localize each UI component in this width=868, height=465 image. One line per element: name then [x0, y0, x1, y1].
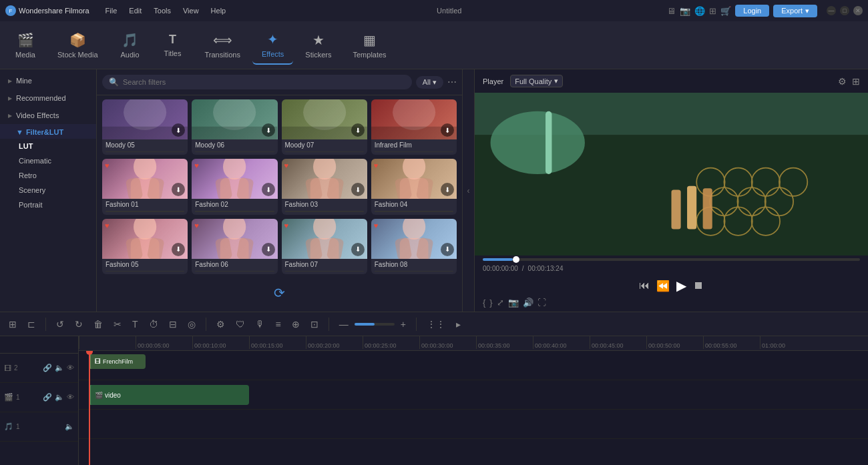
zoom-in-icon[interactable]: +: [397, 317, 409, 332]
effect-card-moody06[interactable]: ⬇Moody 06: [192, 99, 277, 155]
login-button[interactable]: Login: [735, 5, 769, 17]
filter-all-button[interactable]: All ▾: [416, 76, 443, 89]
toolbar-stickers[interactable]: ★ Stickers: [296, 27, 341, 64]
effect-card-fashion05[interactable]: ♥⬇Fashion 05: [102, 219, 188, 274]
sidebar-item-video-effects[interactable]: ▶ Video Effects: [0, 107, 96, 124]
player-layout-icon[interactable]: ⊞: [852, 76, 860, 87]
download-icon-fashion05[interactable]: ⬇: [172, 243, 185, 256]
effect-card-fashion01[interactable]: ♥⬇Fashion 01: [102, 159, 188, 214]
export-button[interactable]: Export ▾: [773, 5, 817, 17]
fullscreen-icon[interactable]: ⛶: [537, 298, 546, 308]
frame-forward-button[interactable]: ⏹: [693, 280, 704, 292]
sidebar-sub-cinematic[interactable]: Cinematic: [0, 153, 96, 168]
effect-card-fashion02[interactable]: ♥⬇Fashion 02: [192, 159, 277, 214]
mark-in-icon[interactable]: {: [483, 298, 485, 308]
track-1-mute-icon[interactable]: 🔈: [55, 364, 64, 372]
heart-icon-fashion08[interactable]: ♥: [374, 221, 379, 229]
close-button[interactable]: ✕: [853, 6, 863, 15]
effect-apply-icon[interactable]: ◎: [184, 317, 199, 332]
menu-tools[interactable]: Tools: [148, 5, 176, 16]
more-tracks-icon[interactable]: ⋮⋮: [423, 317, 449, 332]
toolbar-effects[interactable]: ✦ Effects: [252, 26, 293, 65]
redo-icon[interactable]: ↻: [71, 317, 86, 332]
frame-back-button[interactable]: ⏪: [656, 280, 670, 292]
settings-icon[interactable]: ⚙: [213, 317, 228, 332]
tracks-icon[interactable]: ≡: [272, 317, 284, 332]
toolbar-stock-media[interactable]: 📦 Stock Media: [48, 27, 107, 64]
track-2-link-icon[interactable]: 🔗: [43, 393, 52, 402]
expand-icon[interactable]: ▸: [453, 317, 464, 332]
system-icon-2[interactable]: 📷: [680, 6, 690, 16]
snapshot-icon[interactable]: 📷: [508, 298, 519, 308]
clip-video[interactable]: 🎬 video: [89, 385, 249, 405]
duration-icon[interactable]: ⏱: [146, 317, 162, 332]
effect-card-moody07[interactable]: ⬇Moody 07: [282, 99, 367, 155]
zoom-slider[interactable]: [355, 323, 395, 326]
player-settings-icon[interactable]: ⚙: [838, 76, 847, 87]
effect-card-fashion03[interactable]: ♥⬇Fashion 03: [282, 159, 367, 214]
progress-thumb[interactable]: [513, 256, 519, 263]
toolbar-templates[interactable]: ▦ Templates: [343, 27, 395, 64]
effect-card-fashion08[interactable]: ♥⬇Fashion 08: [371, 219, 457, 274]
download-icon-fashion08[interactable]: ⬇: [441, 243, 454, 256]
download-icon-fashion06[interactable]: ⬇: [262, 243, 275, 256]
menu-edit[interactable]: Edit: [124, 5, 147, 16]
split-mode-icon[interactable]: ⊞: [5, 317, 20, 332]
zoom-out-icon[interactable]: —: [336, 317, 352, 332]
sidebar-sub-lut[interactable]: LUT: [0, 139, 96, 153]
sidebar-sub-scenery[interactable]: Scenery: [0, 183, 96, 197]
track-2-mute-icon[interactable]: 🔈: [55, 393, 64, 402]
track-1-link-icon[interactable]: 🔗: [43, 364, 52, 372]
system-icon-1[interactable]: 🖥: [667, 6, 676, 16]
undo-icon[interactable]: ↺: [53, 317, 67, 332]
sidebar-item-recommended[interactable]: ▶ Recommended: [0, 89, 96, 107]
extract-icon[interactable]: ⤢: [497, 298, 504, 308]
toolbar-audio[interactable]: 🎵 Audio: [110, 27, 150, 64]
volume-icon[interactable]: 🔊: [523, 298, 533, 308]
clip-frenchfilm[interactable]: 🎞 FrenchFilm: [89, 354, 146, 369]
effect-card-infrared[interactable]: ⬇Infrared Film: [371, 99, 457, 155]
sidebar-sub-retro[interactable]: Retro: [0, 168, 96, 183]
effect-card-fashion04[interactable]: ♥⬇Fashion 04: [371, 159, 457, 214]
delete-icon[interactable]: 🗑: [90, 317, 106, 332]
download-icon-fashion07[interactable]: ⬇: [351, 243, 365, 256]
track-3-mute-icon[interactable]: 🔈: [65, 422, 74, 431]
heart-icon-fashion02[interactable]: ♥: [194, 161, 199, 169]
track-2-hide-icon[interactable]: 👁: [67, 393, 74, 402]
heart-icon-fashion05[interactable]: ♥: [105, 221, 110, 229]
system-icon-4[interactable]: ⊞: [709, 6, 716, 16]
maximize-button[interactable]: □: [840, 6, 849, 15]
download-icon-infrared[interactable]: ⬇: [441, 123, 454, 137]
progress-bar[interactable]: [483, 258, 860, 261]
toolbar-media[interactable]: 🎬 Media: [5, 27, 45, 64]
mark-out-icon[interactable]: }: [489, 298, 492, 308]
magnet-tool-icon[interactable]: ⊏: [24, 317, 39, 332]
pip-icon[interactable]: ⊡: [307, 317, 322, 332]
step-back-button[interactable]: ⏮: [639, 280, 650, 292]
play-button[interactable]: ▶: [676, 278, 686, 294]
sidebar-sub-portrait[interactable]: Portrait: [0, 197, 96, 212]
heart-icon-fashion03[interactable]: ♥: [284, 161, 289, 169]
sidebar-item-mine[interactable]: ▶ Mine: [0, 72, 96, 89]
heart-icon-fashion01[interactable]: ♥: [105, 161, 110, 169]
quality-select[interactable]: Full Quality ▾: [510, 75, 563, 87]
effect-card-fashion06[interactable]: ♥⬇Fashion 06: [192, 219, 277, 274]
heart-icon-fashion07[interactable]: ♥: [284, 221, 289, 229]
download-icon-fashion02[interactable]: ⬇: [262, 183, 275, 196]
menu-view[interactable]: View: [178, 5, 204, 16]
split-clip-icon[interactable]: ⊕: [288, 317, 303, 332]
edit-icon[interactable]: ⊟: [166, 317, 180, 332]
track-1-hide-icon[interactable]: 👁: [67, 364, 74, 372]
download-icon-moody07[interactable]: ⬇: [351, 123, 365, 137]
more-options-icon[interactable]: ⋯: [447, 77, 457, 87]
cart-icon[interactable]: 🛒: [720, 6, 731, 16]
text-tool-icon[interactable]: T: [129, 317, 142, 332]
menu-file[interactable]: File: [100, 5, 123, 16]
heart-icon-fashion06[interactable]: ♥: [194, 221, 199, 229]
menu-help[interactable]: Help: [206, 5, 232, 16]
toolbar-titles[interactable]: T Titles: [153, 27, 193, 63]
mic-icon[interactable]: 🎙: [252, 317, 268, 332]
cut-icon[interactable]: ✂: [110, 317, 125, 332]
search-input[interactable]: [123, 78, 405, 86]
effect-card-moody05[interactable]: ⬇Moody 05: [102, 99, 188, 155]
